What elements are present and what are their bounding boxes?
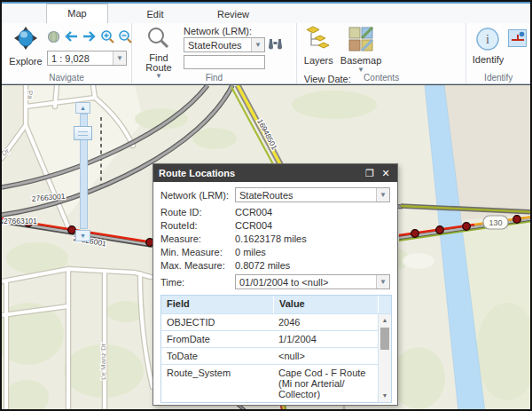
table-row: FromDate 1/1/2004 [161, 330, 378, 347]
dialog-time-value: 01/01/2004 to <null> [236, 277, 376, 288]
explore-button[interactable]: Explore [4, 26, 47, 67]
chevron-down-icon[interactable]: ▼ [251, 38, 264, 51]
basemap-button[interactable]: Basemap ▼ [340, 26, 381, 74]
close-icon[interactable]: ✕ [379, 168, 392, 179]
form-row-routeid: RouteId: CCR004 [160, 218, 390, 232]
street-label: Pa [26, 91, 34, 100]
find-route-button[interactable]: Find Route ▼ [136, 26, 182, 79]
column-header-value: Value [273, 296, 378, 313]
group-label-contents: Contents [297, 73, 466, 83]
group-label-identify: Identify [466, 73, 530, 83]
scroll-down-icon[interactable]: ▼ [379, 391, 391, 401]
tab-edit[interactable]: Edit [124, 5, 186, 23]
dialog-titlebar[interactable]: Route Locations ❐ ✕ [153, 164, 397, 182]
column-header-field: Field [161, 296, 273, 313]
tab-map[interactable]: Map [46, 4, 108, 23]
cell-field: FromDate [161, 331, 273, 347]
table-row: Route_System Cape Cod - F Route (Mi nor … [161, 364, 378, 402]
slider-zoom-in-button[interactable]: ▲ [75, 102, 90, 114]
svg-text:i: i [487, 33, 490, 46]
cell-value: 2046 [273, 314, 378, 330]
building-footprint [403, 253, 434, 269]
chevron-down-icon[interactable]: ▼ [376, 275, 389, 288]
basemap-label: Basemap [340, 55, 381, 66]
network-lrm-label: Network (LRM): [184, 26, 293, 36]
dialog-title: Route Locations [159, 168, 360, 178]
cell-value: 1/1/2004 [273, 331, 378, 347]
identify-icon: i [474, 43, 501, 54]
road-label: 27663101 [4, 217, 37, 225]
field-label: Time: [160, 277, 235, 288]
field-label: Network (LRM): [160, 190, 235, 201]
basemap-icon [348, 43, 374, 54]
full-extent-globe-icon[interactable] [47, 30, 60, 45]
network-lrm-value: StateRoutes [184, 40, 251, 51]
identify-label: Identify [470, 54, 505, 65]
table-header-row: Field Value [161, 296, 391, 313]
attributes-table: Field Value OBJECTID 2046 FromDate [160, 295, 392, 403]
cell-field: Route_System [161, 365, 273, 402]
identify-button[interactable]: i Identify [470, 26, 505, 65]
scrollbar-thumb[interactable] [380, 328, 389, 350]
field-value: 0 miles [235, 247, 390, 257]
field-label: Route ID: [160, 207, 235, 217]
layers-button[interactable]: Layers [304, 26, 333, 66]
field-label: Measure: [160, 233, 235, 244]
field-value: 0.8072 miles [235, 260, 390, 271]
ribbon-group-find: Find Route ▼ Network (LRM): StateRoutes … [132, 23, 297, 83]
form-row-min-measure: Min. Measure: 0 miles [160, 245, 390, 258]
explore-label: Explore [4, 56, 47, 67]
slider-zoom-out-button[interactable]: ▼ [75, 230, 90, 241]
cell-field: OBJECTID [161, 314, 273, 330]
form-row-time: Time: 01/01/2004 to <null> ▼ [160, 274, 390, 289]
map-view[interactable]: 130 [2, 84, 530, 409]
svg-text:130: 130 [489, 218, 502, 227]
identify-route-location-tool-button[interactable] [508, 29, 527, 47]
form-row-network: Network (LRM): StateRoutes ▼ [160, 187, 390, 202]
maximize-icon[interactable]: ❐ [364, 168, 376, 179]
field-label: Min. Measure: [160, 247, 235, 257]
network-lrm-combo[interactable]: StateRoutes ▼ [184, 37, 265, 52]
field-value: CCR004 [235, 220, 390, 231]
table-scrollbar[interactable]: ▲ ▼ [378, 313, 391, 402]
tab-review[interactable]: Review [202, 5, 264, 23]
binoculars-icon[interactable] [268, 37, 283, 52]
ribbon-tabbar: Map Edit Review [2, 2, 530, 23]
dialog-time-combo[interactable]: 01/01/2004 to <null> ▼ [235, 274, 390, 289]
fixed-zoom-out-icon[interactable] [118, 29, 133, 46]
map-scale-value: 1 : 9,028 [48, 53, 113, 64]
application-window: Map Edit Review Explore [0, 0, 532, 411]
ribbon-group-contents: Layers Basemap ▼ View Date: [297, 23, 467, 83]
cell-field: ToDate [161, 348, 273, 364]
fixed-zoom-in-icon[interactable] [100, 29, 115, 46]
table-row: ToDate <null> [161, 347, 378, 364]
ribbon: Explore [2, 23, 530, 84]
chevron-down-icon[interactable]: ▼ [376, 188, 389, 202]
form-row-measure: Measure: 0.1623178 miles [160, 232, 390, 245]
cell-value: Cape Cod - F Route (Mi nor Arterial/ Col… [273, 365, 378, 402]
previous-extent-icon[interactable] [63, 30, 79, 44]
layers-icon [304, 43, 332, 54]
ribbon-group-navigate: Explore [2, 23, 132, 83]
column-header-scrollbar-gap [378, 296, 391, 313]
form-row-max-measure: Max. Measure: 0.8072 miles [160, 258, 390, 272]
scroll-up-icon[interactable]: ▲ [379, 315, 391, 326]
next-extent-icon[interactable] [82, 30, 98, 44]
layers-label: Layers [304, 55, 333, 66]
zoom-slider-handle[interactable] [74, 126, 92, 140]
route-locations-dialog: Route Locations ❐ ✕ Network (LRM): State… [153, 163, 398, 406]
group-label-navigate: Navigate [2, 73, 131, 83]
cell-value: <null> [273, 348, 378, 364]
dialog-network-value: StateRoutes [236, 190, 376, 201]
route-search-input[interactable] [184, 55, 265, 69]
chevron-down-icon[interactable]: ▼ [113, 51, 126, 65]
map-scale-combo[interactable]: 1 : 9,028 ▼ [47, 51, 127, 66]
find-route-label: Find Route [136, 53, 182, 73]
field-value: CCR004 [235, 207, 390, 217]
table-row: OBJECTID 2046 [161, 313, 378, 330]
field-label: Max. Measure: [160, 260, 235, 271]
identify-route-tool-icon [511, 31, 525, 45]
street-label: Le Manz Dr [99, 343, 107, 380]
ribbon-group-identify: i Identify Identify [466, 23, 530, 83]
dialog-network-combo[interactable]: StateRoutes ▼ [235, 187, 390, 202]
